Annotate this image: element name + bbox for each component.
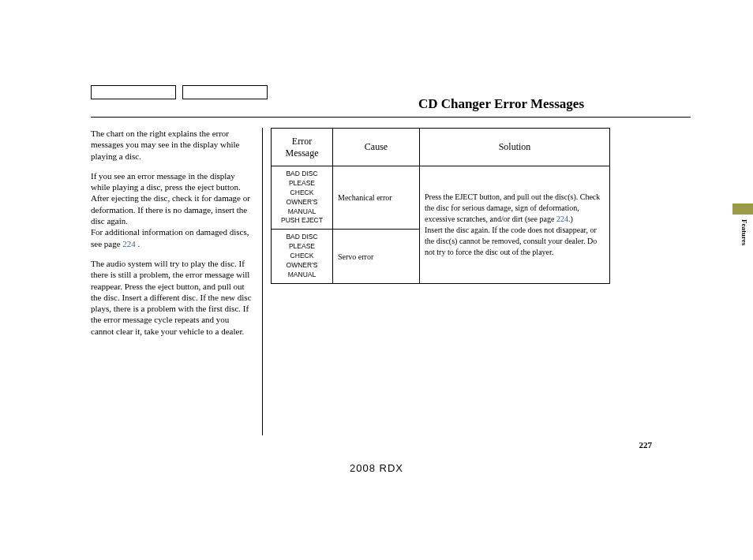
body-text-column: The chart on the right explains the erro… [91, 128, 260, 435]
column-divider [262, 128, 263, 435]
instruction-paragraph-3: The audio system will try to play the di… [91, 258, 254, 337]
err-line: OWNER'S [276, 261, 328, 271]
error-message-cell: BAD DISC PLEASE CHECK OWNER'S MANUAL [272, 230, 333, 283]
footer-model: 2008 RDX [0, 462, 753, 474]
table-row: BAD DISC PLEASE CHECK OWNER'S MANUAL PUS… [272, 166, 610, 230]
section-tab-marker [732, 203, 753, 215]
err-line: PLEASE CHECK [276, 179, 328, 198]
table-column: Error Message Cause Solution BAD DISC PL… [268, 128, 643, 435]
th-cause: Cause [333, 129, 420, 166]
error-messages-table: Error Message Cause Solution BAD DISC PL… [271, 128, 610, 284]
page-link-224[interactable]: 224 [122, 239, 136, 248]
th-error-message: Error Message [272, 129, 333, 166]
solution-cell: Press the EJECT button, and pull out the… [420, 166, 610, 284]
instruction-paragraph-1: If you see an error message in the displ… [91, 170, 254, 226]
sol-text-2: .) [568, 215, 573, 223]
sol-text-3: Insert the disc again. If the code does … [425, 226, 597, 256]
err-line: PUSH EJECT [276, 216, 328, 226]
cause-cell: Servo error [333, 230, 420, 283]
instruction-paragraph-2: For additional information on damaged di… [91, 226, 254, 249]
cause-cell: Mechanical error [333, 166, 420, 230]
err-line: BAD DISC [276, 170, 328, 179]
intro-paragraph: The chart on the right explains the erro… [91, 128, 254, 162]
page-title: CD Changer Error Messages [91, 96, 691, 118]
err-line: MANUAL [276, 271, 328, 280]
p3-text-a: For additional information on damaged di… [91, 227, 249, 248]
err-line: PLEASE CHECK [276, 242, 328, 261]
th-solution: Solution [420, 129, 610, 166]
p3-text-b: . [136, 239, 140, 248]
err-line: OWNER'S [276, 198, 328, 207]
err-line: MANUAL [276, 207, 328, 217]
page-link-224-b[interactable]: 224 [556, 215, 568, 223]
section-tab-label: Features [740, 219, 748, 245]
err-line: BAD DISC [276, 233, 328, 242]
page-number: 227 [639, 440, 653, 450]
sol-text-1: Press the EJECT button, and pull out the… [425, 192, 600, 223]
error-message-cell: BAD DISC PLEASE CHECK OWNER'S MANUAL PUS… [272, 166, 333, 230]
